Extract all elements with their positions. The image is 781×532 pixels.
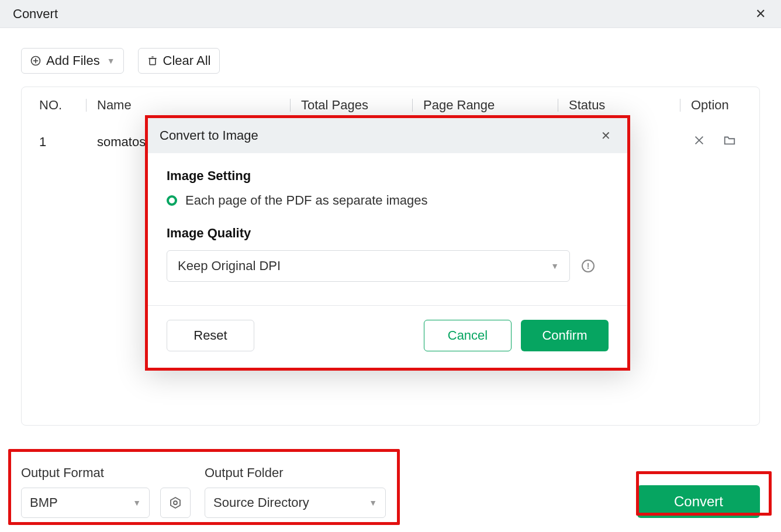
convert-button-label: Convert xyxy=(674,493,723,509)
clear-all-label: Clear All xyxy=(163,53,211,68)
close-icon[interactable]: ✕ xyxy=(596,126,616,145)
image-quality-heading: Image Quality xyxy=(167,226,609,241)
plus-circle-icon xyxy=(30,55,42,67)
image-quality-select[interactable]: Keep Original DPI ▼ xyxy=(167,250,570,282)
title-bar: Convert ✕ xyxy=(0,0,781,28)
output-format-select[interactable]: BMP ▼ xyxy=(21,488,150,518)
output-folder-label: Output Folder xyxy=(205,465,386,481)
col-status: Status xyxy=(569,98,680,113)
remove-row-icon[interactable] xyxy=(693,134,706,150)
cancel-button[interactable]: Cancel xyxy=(424,320,512,351)
trash-icon xyxy=(147,55,158,67)
add-files-button[interactable]: Add Files ▼ xyxy=(21,48,124,74)
image-quality-value: Keep Original DPI xyxy=(178,258,281,274)
output-folder-value: Source Directory xyxy=(213,495,309,510)
output-format-value: BMP xyxy=(30,495,58,510)
toolbar: Add Files ▼ Clear All xyxy=(0,28,781,87)
col-page-range: Page Range xyxy=(423,98,558,113)
svg-rect-3 xyxy=(150,58,155,65)
col-option: Option xyxy=(691,98,742,113)
output-folder-group: Output Folder Source Directory ▼ xyxy=(205,465,386,518)
cell-no: 1 xyxy=(39,134,86,150)
reset-label: Reset xyxy=(193,328,227,343)
add-files-label: Add Files xyxy=(46,53,100,68)
dialog-footer: Reset Cancel Confirm xyxy=(148,306,627,368)
convert-button[interactable]: Convert xyxy=(637,485,760,518)
open-folder-icon[interactable] xyxy=(723,134,736,150)
separate-images-radio[interactable]: Each page of the PDF as separate images xyxy=(167,193,609,208)
radio-label: Each page of the PDF as separate images xyxy=(185,193,428,208)
chevron-down-icon: ▼ xyxy=(107,56,115,65)
output-format-label: Output Format xyxy=(21,465,191,481)
svg-marker-8 xyxy=(171,498,180,508)
svg-point-9 xyxy=(174,501,177,505)
output-folder-select[interactable]: Source Directory ▼ xyxy=(205,488,386,518)
footer-bar: Output Format BMP ▼ Output Folder Source… xyxy=(0,465,781,518)
col-no: NO. xyxy=(39,98,86,113)
chevron-down-icon: ▼ xyxy=(133,498,141,507)
close-icon[interactable]: ✕ xyxy=(751,4,770,24)
dialog-body: Image Setting Each page of the PDF as se… xyxy=(148,153,627,305)
dialog-header: Convert to Image ✕ xyxy=(148,118,627,153)
col-name: Name xyxy=(97,98,290,113)
settings-button[interactable] xyxy=(160,488,191,518)
col-total-pages: Total Pages xyxy=(301,98,412,113)
window-title: Convert xyxy=(13,6,58,22)
convert-to-image-dialog: Convert to Image ✕ Image Setting Each pa… xyxy=(145,115,630,371)
row-options xyxy=(647,134,742,150)
radio-icon xyxy=(167,195,177,206)
chevron-down-icon: ▼ xyxy=(369,498,377,507)
output-format-group: Output Format BMP ▼ xyxy=(21,465,191,518)
chevron-down-icon: ▼ xyxy=(551,261,559,271)
clear-all-button[interactable]: Clear All xyxy=(138,48,220,74)
cancel-label: Cancel xyxy=(448,328,488,343)
confirm-label: Confirm xyxy=(542,328,587,343)
info-icon[interactable]: ! xyxy=(582,260,595,272)
confirm-button[interactable]: Confirm xyxy=(521,320,609,351)
dialog-title: Convert to Image xyxy=(160,128,258,143)
reset-button[interactable]: Reset xyxy=(167,320,254,351)
image-setting-heading: Image Setting xyxy=(167,168,609,184)
